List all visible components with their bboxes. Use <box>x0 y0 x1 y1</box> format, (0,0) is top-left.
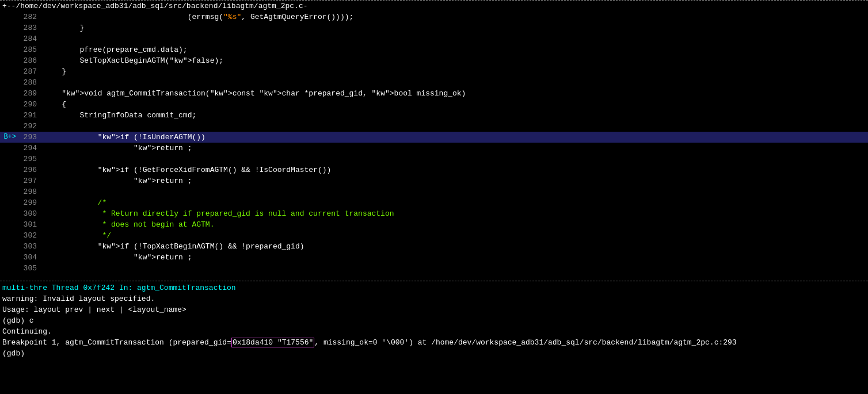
gdb-breakpoint-value: 0x18da410 "T17556" <box>231 338 314 347</box>
code-line: 290 { <box>0 99 868 110</box>
line-prefix <box>0 33 18 44</box>
code-line: 284 <box>0 33 868 44</box>
line-number: 291 <box>18 110 41 121</box>
code-line: 288 <box>0 77 868 88</box>
line-number: 294 <box>18 143 41 154</box>
code-line: 303 "kw">if (!TopXactBeginAGTM() && !pre… <box>0 241 868 252</box>
line-number: 305 <box>18 263 41 274</box>
line-prefix <box>0 230 18 241</box>
line-number: 286 <box>18 55 41 66</box>
line-code: "kw">void agtm_CommitTransaction("kw">co… <box>41 88 868 99</box>
line-prefix <box>0 12 18 22</box>
code-line: B+>293 "kw">if (!IsUnderAGTM()) <box>0 132 868 143</box>
line-number: 302 <box>18 230 41 241</box>
line-prefix <box>0 208 18 219</box>
line-number: 288 <box>18 77 41 88</box>
gdb-continuing-line: Continuing. <box>2 326 866 337</box>
line-prefix <box>0 121 18 132</box>
line-code: (errmsg("%s", GetAgtmQueryError()))); <box>41 12 868 22</box>
file-header: +--/home/dev/workspace_adb31/adb_sql/src… <box>0 0 868 12</box>
line-number: 293 <box>18 132 41 143</box>
line-prefix <box>0 22 18 33</box>
line-code: } <box>41 22 868 33</box>
code-line: 283 } <box>0 22 868 33</box>
line-prefix <box>0 143 18 154</box>
line-code: * Return directly if prepared_gid is nul… <box>41 208 868 219</box>
line-number: 299 <box>18 197 41 208</box>
line-prefix <box>0 186 18 197</box>
line-number: 284 <box>18 33 41 44</box>
line-code: "kw">return ; <box>41 143 868 154</box>
line-prefix <box>0 88 18 99</box>
line-prefix <box>0 44 18 55</box>
code-line: 305 <box>0 263 868 274</box>
gdb-breakpoint-after: , missing_ok=0 '\000') at /home/dev/work… <box>314 338 736 347</box>
line-code <box>41 33 868 44</box>
line-number: 301 <box>18 219 41 230</box>
line-code: { <box>41 99 868 110</box>
line-code: /* <box>41 197 868 208</box>
line-number: 296 <box>18 165 41 175</box>
line-prefix <box>0 263 18 274</box>
code-line: 285 pfree(prepare_cmd.data); <box>0 44 868 55</box>
code-line: 295 <box>0 154 868 165</box>
line-prefix <box>0 77 18 88</box>
code-line: 299 /* <box>0 197 868 208</box>
line-code <box>41 154 868 165</box>
line-code: "kw">if (!IsUnderAGTM()) <box>41 132 868 143</box>
line-code: "kw">return ; <box>41 175 868 186</box>
line-number: 298 <box>18 186 41 197</box>
code-line: 297 "kw">return ; <box>0 175 868 186</box>
code-line: 298 <box>0 186 868 197</box>
line-code: pfree(prepare_cmd.data); <box>41 44 868 55</box>
gdb-thread-line: multi-thre Thread 0x7f242 In: agtm_Commi… <box>2 282 866 293</box>
code-line: 304 "kw">return ; <box>0 252 868 263</box>
line-number: 283 <box>18 22 41 33</box>
code-line: 282 (errmsg("%s", GetAgtmQueryError())))… <box>0 12 868 22</box>
line-code <box>41 121 868 132</box>
line-code: "kw">if (!TopXactBeginAGTM() && !prepare… <box>41 241 868 252</box>
gdb-pane[interactable]: multi-thre Thread 0x7f242 In: agtm_Commi… <box>0 281 868 394</box>
line-number: 300 <box>18 208 41 219</box>
gdb-usage-line: Usage: layout prev | next | <layout_name… <box>2 304 866 315</box>
line-code <box>41 186 868 197</box>
line-code: SetTopXactBeginAGTM("kw">false); <box>41 55 868 66</box>
line-number: 290 <box>18 99 41 110</box>
line-number: 304 <box>18 252 41 263</box>
line-number: 287 <box>18 66 41 77</box>
line-prefix <box>0 99 18 110</box>
line-code <box>41 263 868 274</box>
gdb-cmd-line: (gdb) c <box>2 315 866 326</box>
line-number: 292 <box>18 121 41 132</box>
line-prefix: B+> <box>0 132 18 143</box>
line-code: * does not begin at AGTM. <box>41 219 868 230</box>
code-line: 300 * Return directly if prepared_gid is… <box>0 208 868 219</box>
code-line: 286 SetTopXactBeginAGTM("kw">false); <box>0 55 868 66</box>
code-line: 287 } <box>0 66 868 77</box>
line-prefix <box>0 219 18 230</box>
gdb-prompt: (gdb) <box>2 348 866 359</box>
line-prefix <box>0 110 18 121</box>
gdb-breakpoint-before: Breakpoint 1, agtm_CommitTransaction (pr… <box>2 338 231 347</box>
editor-pane: +--/home/dev/workspace_adb31/adb_sql/src… <box>0 0 868 281</box>
line-prefix <box>0 241 18 252</box>
gdb-warning-line: warning: Invalid layout specified. <box>2 293 866 304</box>
line-number: 297 <box>18 175 41 186</box>
line-prefix <box>0 66 18 77</box>
line-code: "kw">return ; <box>41 252 868 263</box>
line-code: */ <box>41 230 868 241</box>
code-area[interactable]: 282 (errmsg("%s", GetAgtmQueryError())))… <box>0 12 868 280</box>
line-code: StringInfoData commit_cmd; <box>41 110 868 121</box>
gdb-breakpoint-line: Breakpoint 1, agtm_CommitTransaction (pr… <box>2 337 866 348</box>
line-prefix <box>0 175 18 186</box>
line-code: "kw">if (!GetForceXidFromAGTM() && !IsCo… <box>41 165 868 175</box>
line-number: 285 <box>18 44 41 55</box>
code-line: 302 */ <box>0 230 868 241</box>
code-line: 289 "kw">void agtm_CommitTransaction("kw… <box>0 88 868 99</box>
line-number: 289 <box>18 88 41 99</box>
line-prefix <box>0 154 18 165</box>
code-line: 296 "kw">if (!GetForceXidFromAGTM() && !… <box>0 165 868 175</box>
line-number: 282 <box>18 12 41 22</box>
code-line: 291 StringInfoData commit_cmd; <box>0 110 868 121</box>
line-number: 303 <box>18 241 41 252</box>
